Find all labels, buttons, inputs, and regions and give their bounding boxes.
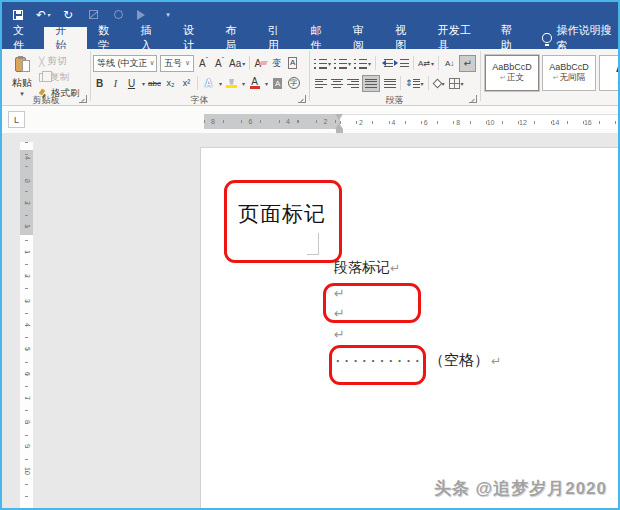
font-color-dropdown-icon[interactable]: ▾ — [265, 80, 268, 87]
customize-qat-icon[interactable]: ▾ — [160, 7, 176, 23]
ruler-number: 6 — [245, 118, 257, 126]
text-effects-label: A — [205, 78, 212, 89]
bullets-button[interactable]: ▾ — [314, 55, 331, 71]
multilevel-list-button[interactable]: ▾ — [354, 55, 371, 71]
highlight-dropdown-icon[interactable]: ▾ — [242, 80, 245, 87]
tab-design[interactable]: 设计 — [172, 27, 214, 49]
tab-file[interactable]: 文件 — [2, 27, 44, 49]
align-center-icon — [331, 78, 343, 89]
borders-button[interactable]: ▾ — [449, 75, 464, 91]
align-right-button[interactable] — [346, 75, 359, 91]
tab-mailings[interactable]: 邮件 — [299, 27, 341, 49]
tab-view[interactable]: 视图 — [384, 27, 426, 49]
tab-review[interactable]: 审阅 — [342, 27, 384, 49]
tab-help[interactable]: 帮助 — [490, 27, 532, 49]
text-effects-dropdown-icon[interactable]: ▾ — [219, 80, 222, 87]
style-card-no-spacing[interactable]: AaBbCcD ↵无间隔 — [542, 55, 596, 91]
line-spacing-button[interactable]: ⇕▾ — [405, 75, 424, 91]
underline-button[interactable]: U — [125, 75, 138, 91]
style-preview: AaBbCcD — [492, 62, 532, 72]
shape-circle-icon — [110, 7, 126, 23]
font-size-dropdown-icon[interactable]: ∨ — [183, 59, 190, 67]
distribute-icon — [384, 78, 396, 89]
italic-button[interactable]: I — [109, 75, 122, 91]
clipboard-dialog-launcher-icon[interactable] — [79, 95, 87, 103]
font-dialog-launcher-icon[interactable] — [298, 95, 306, 103]
distribute-button[interactable] — [383, 75, 396, 91]
line-spacing-bars-icon — [413, 78, 420, 89]
font-name-dropdown-icon[interactable]: ∨ — [148, 59, 155, 67]
text-effects-button[interactable]: A — [202, 75, 215, 91]
touch-pointer-icon — [135, 7, 151, 23]
decrease-indent-button[interactable] — [380, 55, 393, 71]
font-size-combo[interactable]: 五号∨ — [160, 55, 194, 72]
style-preview: Aa — [616, 58, 620, 76]
strikethrough-button[interactable]: abc — [148, 75, 161, 91]
watermark-text: 头条 @追梦岁月2020 — [434, 477, 607, 500]
align-center-button[interactable] — [330, 75, 343, 91]
clipboard-icon — [15, 56, 30, 74]
show-hide-marks-button[interactable]: ↵ — [459, 55, 476, 72]
numbering-button[interactable]: ▾ — [334, 55, 351, 71]
undo-icon[interactable]: ↶▾ — [35, 7, 51, 23]
character-border-button[interactable]: A — [286, 55, 299, 71]
left-indent-marker[interactable] — [336, 129, 343, 133]
ruler-number: 6 — [420, 119, 432, 127]
justify-icon — [365, 78, 377, 89]
underline-dropdown-icon[interactable]: ▾ — [142, 80, 145, 87]
tab-stop-selector[interactable]: L — [8, 111, 25, 128]
tab-layout[interactable]: 布局 — [214, 27, 256, 49]
bold-button[interactable]: B — [93, 75, 106, 91]
tab-math[interactable]: 数学 — [87, 27, 129, 49]
justify-button[interactable] — [362, 75, 380, 92]
redo-icon[interactable]: ↻ — [60, 7, 76, 23]
cut-button[interactable]: ╳剪切 — [39, 55, 80, 68]
style-pilcrow-icon: ↵ — [500, 74, 506, 82]
eraser-icon — [259, 61, 268, 65]
redo-glyph: ↻ — [63, 8, 73, 22]
paragraph-dialog-launcher-icon[interactable] — [469, 95, 477, 103]
font-name-combo[interactable]: 等线 (中文正∨ — [93, 55, 157, 72]
ruler-number: 4 — [23, 152, 31, 165]
tab-developer[interactable]: 开发工具 — [427, 27, 490, 49]
copy-button[interactable]: 复制 — [39, 71, 80, 84]
increase-indent-button[interactable] — [396, 55, 409, 71]
numbering-dropdown-icon: ▾ — [348, 60, 351, 67]
icon-separator — [375, 56, 376, 70]
grow-font-button[interactable]: Aˆ — [197, 55, 210, 71]
clear-formatting-button[interactable]: A — [254, 55, 267, 71]
style-preview: AaBbCcD — [549, 62, 589, 72]
style-card-normal[interactable]: AaBbCcD ↵正文 — [485, 55, 539, 91]
change-case-button[interactable]: Aa▾ — [229, 55, 245, 71]
pilcrow-mark: ↵ — [334, 306, 345, 321]
font-color-button[interactable]: A — [248, 75, 261, 91]
phonetic-guide-button[interactable]: 变 — [270, 55, 283, 71]
ruler-number: 2 — [23, 197, 31, 210]
save-icon[interactable] — [10, 7, 26, 23]
shading-button[interactable]: ▾ — [433, 75, 446, 91]
sort-icon: A↓ — [445, 59, 454, 68]
shrink-font-button[interactable]: Aˇ — [213, 55, 226, 71]
pilcrow-mark: ↵ — [390, 261, 400, 275]
bullet-list-icon — [314, 57, 327, 69]
subscript-button[interactable]: x₂ — [164, 75, 177, 91]
sort-button[interactable]: A↓ — [443, 55, 456, 71]
tab-home[interactable]: 开始 — [44, 27, 86, 49]
enclose-characters-button[interactable]: 字 — [287, 75, 300, 91]
paragraph-group-row2: ⇕▾ ▾ ▾ — [314, 74, 464, 92]
character-shading-button[interactable]: A — [271, 75, 284, 91]
ruler-number: 10 — [485, 119, 497, 127]
undo-dropdown-icon[interactable]: ▾ — [47, 11, 50, 18]
tab-references[interactable]: 引用 — [257, 27, 299, 49]
tell-me-search[interactable]: 操作说明搜索 — [557, 27, 618, 49]
hanging-indent-marker[interactable] — [335, 119, 343, 129]
tab-insert[interactable]: 插入 — [129, 27, 171, 49]
show-hide-marks-icon: ↵ — [463, 58, 471, 69]
highlight-button[interactable] — [225, 75, 238, 91]
copy-label: 复制 — [50, 71, 69, 84]
bullets-dropdown-icon: ▾ — [328, 60, 331, 67]
asian-layout-button[interactable]: A⇄▾ — [418, 55, 434, 71]
style-card-heading[interactable]: Aa 标题 — [599, 55, 620, 91]
align-left-button[interactable] — [314, 75, 327, 91]
superscript-button[interactable]: x² — [180, 75, 193, 91]
